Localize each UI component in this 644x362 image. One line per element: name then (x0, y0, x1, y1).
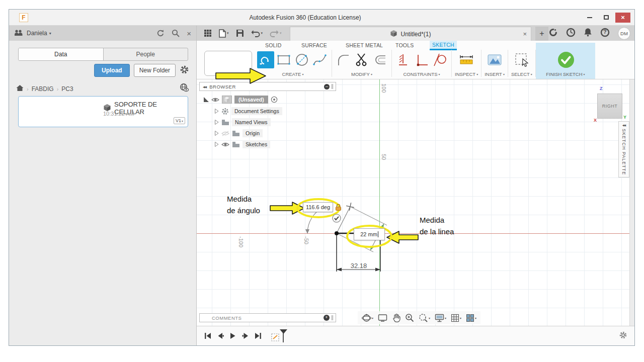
collapse-icon[interactable]: ◀◀ (203, 85, 206, 88)
refresh-button[interactable] (156, 29, 165, 37)
browser-row-sketches[interactable]: Sketches (215, 140, 270, 148)
insert-image-icon[interactable] (486, 51, 503, 68)
select-group-label[interactable]: SELECT▾ (511, 71, 532, 77)
browser-row-document-settings[interactable]: Document Settings (215, 107, 282, 115)
user-avatar[interactable]: DM (618, 27, 630, 40)
timeline-go-start-button[interactable] (204, 332, 212, 340)
zoom-icon[interactable] (405, 313, 414, 322)
active-user-name[interactable]: Daniela (27, 30, 47, 37)
browser-row-named-views[interactable]: Named Views (215, 118, 271, 126)
offset-tool-button[interactable] (371, 51, 388, 68)
expand-arrow-icon[interactable] (215, 109, 219, 114)
close-button[interactable]: × (615, 13, 630, 23)
fillet-tool-button[interactable] (335, 51, 352, 68)
breadcrumb-fabdig[interactable]: FABDIG (32, 85, 54, 93)
close-panel-icon[interactable]: × (187, 29, 191, 38)
inspect-group-label[interactable]: INSPECT▾ (455, 71, 478, 77)
browser-item-label[interactable]: Origin (243, 129, 263, 137)
tab-people[interactable]: People (104, 48, 188, 60)
notifications-bell-icon[interactable] (584, 28, 592, 39)
tab-data[interactable]: Data (19, 48, 104, 60)
activate-target-icon[interactable] (271, 96, 278, 103)
constraint-fix-icon[interactable] (395, 51, 412, 68)
app-grid-icon[interactable] (204, 29, 212, 37)
timeline-play-button[interactable] (229, 332, 237, 340)
shared-views-icon[interactable] (180, 83, 189, 94)
help-icon[interactable]: ? (600, 28, 610, 39)
version-badge[interactable]: V1 ▾ (174, 117, 185, 124)
create-group-label[interactable]: CREATE▾ (282, 71, 304, 77)
timeline-settings-gear-icon[interactable] (619, 331, 627, 341)
visibility-eye-icon[interactable] (221, 142, 229, 147)
trim-scissors-icon[interactable] (353, 51, 370, 68)
finish-sketch-check-icon[interactable] (557, 51, 574, 68)
constraints-group-label[interactable]: CONSTRAINTS▾ (403, 71, 440, 77)
project-item-card[interactable]: SOPORTE DE CELULAR 10:31:22 AM V1 ▾ (18, 96, 188, 127)
modify-group-label[interactable]: MODIFY▾ (351, 71, 372, 77)
visibility-eye-icon[interactable] (211, 97, 219, 103)
zoom-window-icon[interactable]: ▾ (419, 313, 430, 322)
angle-dimension-input[interactable]: 116.6 deg (303, 202, 333, 212)
circle-tool-button[interactable] (293, 51, 310, 68)
constraint-tangent-icon[interactable] (431, 51, 448, 68)
finish-sketch-group[interactable]: FINISH SKETCH▾ (536, 43, 595, 79)
file-menu-icon[interactable]: ▾ (219, 29, 229, 38)
measure-tool-icon[interactable] (458, 51, 475, 68)
ribbon-tab-sheet-metal[interactable]: SHEET METAL (346, 42, 383, 48)
browser-row-origin[interactable]: Origin (215, 129, 263, 137)
display-settings-icon[interactable]: ▾ (435, 314, 446, 322)
undo-icon[interactable]: ▾ (251, 30, 263, 37)
length-dimension-input[interactable]: 22 mm (354, 228, 385, 240)
hidden-eye-icon[interactable] (221, 131, 229, 136)
timeline-go-end-button[interactable] (254, 332, 262, 340)
comments-bar[interactable]: COMMENTS + (199, 313, 336, 322)
new-tab-button[interactable]: + (535, 27, 548, 41)
timeline-step-forward-button[interactable] (242, 332, 250, 340)
sketch-palette-tab[interactable]: ◀◀ SKETCH PALETTE (618, 121, 629, 177)
constraint-perpendicular-icon[interactable] (413, 51, 430, 68)
browser-drag-handle[interactable] (332, 84, 333, 89)
minimize-button[interactable] (582, 13, 597, 23)
viewports-icon[interactable]: ▾ (466, 314, 476, 322)
redo-icon[interactable]: ▾ (270, 30, 282, 37)
job-status-clock-icon[interactable] (566, 28, 576, 39)
comments-drag-handle[interactable] (332, 315, 333, 320)
search-button[interactable] (172, 29, 180, 37)
new-folder-button[interactable]: New Folder (134, 64, 176, 77)
browser-item-label[interactable]: Sketches (243, 140, 270, 148)
document-tab[interactable]: Untitled*(1) × (290, 27, 531, 41)
expand-triangle-icon[interactable] (204, 97, 209, 102)
save-icon[interactable] (236, 29, 244, 37)
browser-minimize-icon[interactable]: – (324, 84, 330, 89)
breadcrumb-pc3[interactable]: PC3 (61, 85, 73, 93)
line-tool-button[interactable] (257, 51, 274, 68)
panel-settings-gear-icon[interactable] (180, 65, 189, 76)
orbit-icon[interactable]: ▾ (362, 313, 373, 323)
view-cube[interactable]: RIGHT (597, 94, 622, 119)
grid-settings-icon[interactable]: ▾ (451, 314, 461, 322)
browser-root-row[interactable]: (Unsaved) (204, 96, 278, 104)
rectangle-tool-button[interactable] (275, 51, 292, 68)
select-tool-icon[interactable] (513, 51, 530, 68)
sketch-canvas[interactable]: 100 50 -50 -100 (197, 79, 634, 326)
expand-arrow-icon[interactable] (215, 142, 219, 147)
confirm-check-icon[interactable] (332, 213, 342, 225)
add-comment-icon[interactable]: + (324, 315, 330, 321)
timeline-step-back-button[interactable] (216, 332, 224, 340)
ribbon-tab-surface[interactable]: SURFACE (301, 42, 327, 48)
maximize-button[interactable] (599, 13, 614, 23)
pan-hand-icon[interactable] (392, 313, 400, 322)
look-at-icon[interactable] (378, 314, 387, 322)
ribbon-tab-tools[interactable]: TOOLS (395, 42, 414, 48)
expand-arrow-icon[interactable] (215, 131, 219, 136)
upload-button[interactable]: Upload (94, 64, 130, 77)
insert-group-label[interactable]: INSERT▾ (485, 71, 505, 77)
extensions-icon[interactable] (548, 28, 558, 39)
tab-close-icon[interactable]: × (523, 30, 527, 38)
expand-arrow-icon[interactable] (215, 120, 219, 125)
browser-item-label[interactable]: Named Views (232, 118, 271, 126)
timeline-sketch-marker[interactable] (271, 329, 289, 343)
spline-tool-button[interactable] (311, 51, 329, 68)
ribbon-tab-sketch[interactable]: SKETCH (430, 41, 457, 50)
ribbon-tab-solid[interactable]: SOLID (265, 42, 282, 48)
